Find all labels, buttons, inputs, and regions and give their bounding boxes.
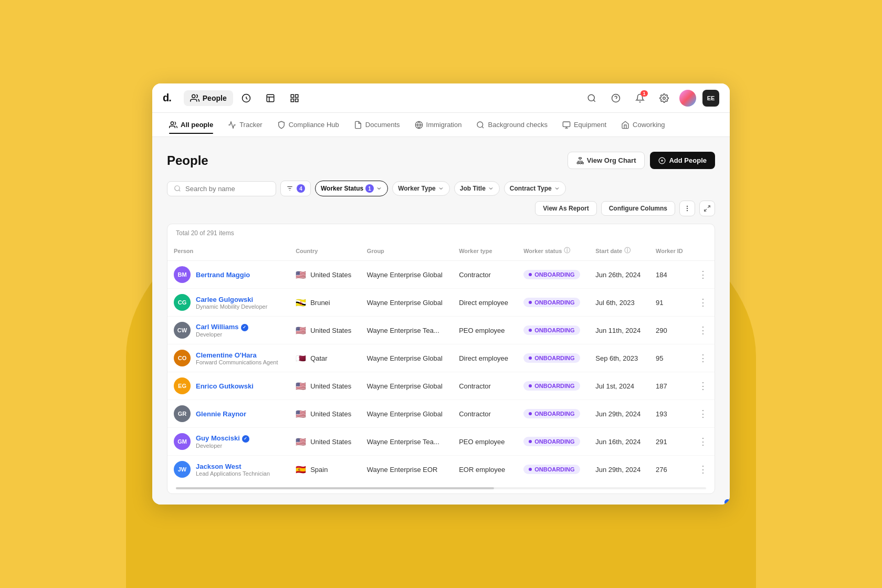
row-actions-button[interactable]: ⋮ (697, 464, 708, 475)
person-name[interactable]: Guy Mosciski✓ (196, 434, 249, 443)
cell-group: Wayne Enterprise EOR (361, 456, 453, 484)
sub-nav-background-checks[interactable]: Background checks (470, 117, 553, 133)
row-actions-button[interactable]: ⋮ (697, 324, 708, 336)
help-button[interactable] (607, 89, 625, 107)
job-title-label: Job Title (460, 185, 486, 192)
grid-icon (290, 93, 299, 103)
svg-rect-17 (579, 158, 581, 159)
sub-nav-immigration[interactable]: Immigration (408, 117, 468, 133)
person-job-title: Developer (196, 331, 248, 338)
col-person: Person (167, 241, 289, 261)
more-options-button[interactable] (679, 201, 695, 216)
page-title: People (167, 153, 568, 168)
configure-columns-button[interactable]: Configure Columns (601, 201, 675, 216)
cell-worker-status: ONBOARDING (517, 456, 589, 484)
svg-rect-14 (563, 122, 570, 127)
table-row: GR Glennie Raynor 🇺🇸United StatesWayne E… (167, 400, 715, 428)
col-worker-type: Worker type (453, 241, 517, 261)
sub-nav-documents[interactable]: Documents (348, 117, 406, 133)
row-actions-button[interactable]: ⋮ (697, 436, 708, 447)
notifications-button[interactable]: 1 (631, 89, 649, 107)
outer-background: d. People (0, 0, 882, 588)
nav-compensation[interactable] (235, 90, 257, 106)
cell-actions: ⋮ (691, 289, 715, 317)
cell-actions: ⋮ (691, 428, 715, 456)
cell-worker-status: ONBOARDING (517, 400, 589, 428)
cell-start-date: Jun 16th, 2024 (589, 428, 649, 456)
cell-worker-type: Contractor (453, 261, 517, 289)
cell-country: 🇶🇦Qatar (289, 344, 361, 372)
row-actions-button[interactable]: ⋮ (697, 352, 708, 364)
worker-type-filter[interactable]: Worker Type (392, 181, 450, 196)
sub-nav-equipment[interactable]: Equipment (556, 117, 613, 133)
search-input[interactable] (185, 185, 269, 193)
country-name: Spain (310, 466, 328, 474)
scroll-track[interactable] (176, 487, 706, 489)
view-org-chart-button[interactable]: View Org Chart (568, 152, 645, 169)
cell-person: CW✓ Carl Williams✓ Developer (167, 317, 289, 344)
person-name[interactable]: Bertrand Maggio (196, 271, 250, 279)
status-badge: ONBOARDING (523, 298, 580, 307)
person-name[interactable]: Jackson West (196, 463, 270, 470)
person-info: Jackson West Lead Applications Technicia… (196, 463, 270, 477)
person-name[interactable]: Clementine O'Hara (196, 351, 278, 359)
worker-status-filter[interactable]: Worker Status 1 (315, 181, 388, 196)
cell-worker-status: ONBOARDING (517, 261, 589, 289)
user-initials[interactable]: EE (702, 90, 719, 107)
table-row: CW✓ Carl Williams✓ Developer 🇺🇸United St… (167, 317, 715, 344)
country-cell: 🇶🇦Qatar (296, 353, 354, 363)
nav-reports[interactable] (259, 90, 281, 106)
col-group: Group (361, 241, 453, 261)
add-people-button[interactable]: Add People (650, 152, 715, 169)
svg-rect-2 (267, 94, 274, 102)
row-actions-button[interactable]: ⋮ (697, 269, 708, 280)
start-date-info-icon[interactable]: ⓘ (624, 246, 631, 255)
cell-group: Wayne Enterprise Global (361, 261, 453, 289)
svg-point-13 (477, 122, 483, 128)
cell-start-date: Jun 29th, 2024 (589, 456, 649, 484)
country-flag: 🇺🇸 (296, 437, 306, 447)
row-actions-button[interactable]: ⋮ (697, 380, 708, 392)
country-name: Brunei (310, 299, 330, 307)
cell-country: 🇺🇸United States (289, 372, 361, 400)
sub-nav-tracker-label: Tracker (239, 121, 262, 129)
scroll-thumb (176, 487, 494, 489)
cell-group: Wayne Enterprise Global (361, 400, 453, 428)
person-name[interactable]: Glennie Raynor (196, 410, 246, 418)
country-cell: 🇺🇸United States (296, 270, 354, 280)
cell-person: BM Bertrand Maggio (167, 261, 289, 289)
sub-nav-all-people[interactable]: All people (163, 117, 219, 133)
cell-worker-type: Direct employee (453, 344, 517, 372)
worker-status-info-icon[interactable]: ⓘ (564, 246, 570, 255)
row-actions-button[interactable]: ⋮ (697, 297, 708, 308)
svg-line-32 (705, 209, 707, 211)
sub-nav-coworking[interactable]: Coworking (615, 117, 671, 133)
fullscreen-button[interactable] (699, 201, 715, 216)
add-people-label: Add People (669, 156, 707, 164)
person-avatar: CG (174, 294, 191, 311)
cell-actions: ⋮ (691, 317, 715, 344)
search-box[interactable] (167, 181, 276, 196)
nav-grid[interactable] (284, 90, 306, 106)
row-actions-button[interactable]: ⋮ (697, 408, 708, 419)
sub-nav-compliance-hub[interactable]: Compliance Hub (271, 117, 345, 133)
sub-nav-compliance-label: Compliance Hub (289, 121, 339, 129)
person-name[interactable]: Carlee Gulgowski (196, 296, 267, 303)
person-name[interactable]: Enrico Gutkowski (196, 382, 254, 390)
country-flag: 🇪🇸 (296, 465, 306, 475)
col-start-date: Start date ⓘ (589, 241, 649, 261)
view-as-report-button[interactable]: View As Report (535, 201, 596, 216)
user-avatar[interactable] (679, 90, 696, 107)
nav-people[interactable]: People (184, 90, 233, 106)
cell-start-date: Jun 26th, 2024 (589, 261, 649, 289)
filter-button[interactable]: 4 (280, 181, 311, 196)
search-button[interactable] (583, 89, 601, 107)
person-job-title: Developer (196, 443, 249, 449)
sub-nav-tracker[interactable]: Tracker (222, 117, 269, 133)
person-name[interactable]: Carl Williams✓ (196, 323, 248, 331)
chevron-down-icon (376, 185, 382, 192)
settings-button[interactable] (655, 89, 673, 107)
top-nav: d. People (152, 83, 730, 113)
job-title-filter[interactable]: Job Title (454, 181, 500, 196)
contract-type-filter[interactable]: Contract Type (504, 181, 566, 196)
